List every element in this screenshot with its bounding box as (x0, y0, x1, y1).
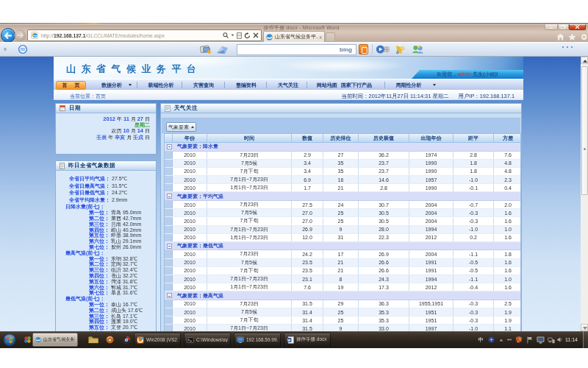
scroll-up-button[interactable] (581, 57, 588, 64)
toolbar-badge-icon[interactable] (18, 44, 28, 54)
tray-expand-icon[interactable] (498, 331, 505, 348)
table-column-header[interactable]: 时间 (207, 134, 292, 142)
start-button[interactable] (1, 331, 17, 348)
collapse-icon[interactable] (167, 293, 172, 298)
nav-item[interactable]: 天气关注 (278, 79, 298, 91)
new-tab-button[interactable] (326, 32, 335, 42)
taskbar-task-button[interactable]: C:\Windows\sy... (184, 333, 231, 347)
refresh-icon[interactable] (244, 32, 251, 39)
nav-item-home[interactable]: 首 页 (56, 81, 86, 90)
back-button[interactable] (1, 28, 15, 43)
table-row[interactable]: 20107月5候31.42535.31951-0.31.9 (165, 308, 520, 316)
toolbar-rewards-icon[interactable] (395, 45, 406, 54)
table-group-row[interactable]: 气象要素：降水量 (165, 143, 520, 152)
table-row[interactable]: 20101月1日~7月23日1.7212.81990-0.10.4 (165, 184, 520, 192)
taskbar-active-window[interactable]: 山东省气候业务平台... (32, 333, 78, 347)
stop-icon[interactable] (253, 32, 259, 38)
table-row[interactable]: 20107月5候23.52126.61991-0.51.6 (165, 259, 520, 267)
toolbar-photo-icon[interactable] (200, 44, 212, 54)
table-row[interactable]: 20107月5候3.43523.719901.84.8 (165, 160, 520, 168)
taskbar-task-button[interactable]: 192.168.59.99... (234, 333, 281, 347)
collapse-icon[interactable] (167, 144, 172, 149)
table-column-header[interactable]: 出现年份 (409, 134, 453, 142)
nav-item[interactable]: 网站地图 (317, 79, 337, 91)
table-row[interactable]: 20107月23日2.92736.219742.87.6 (165, 152, 520, 160)
table-cell: 6.9 (292, 176, 323, 183)
vertical-scrollbar[interactable] (581, 57, 588, 331)
table-row[interactable]: 20107月下旬31.42535.31951-0.31.9 (165, 316, 520, 325)
address-bar[interactable]: http://192.168.137.1/GLCCLIMATE/modules/… (27, 29, 262, 41)
nav-item[interactable]: 整编资料 (236, 79, 257, 91)
network-icon[interactable] (546, 331, 556, 348)
table-row[interactable]: 20107月下旬23.52126.61991-0.51.6 (165, 267, 520, 275)
search-icon[interactable] (223, 32, 229, 39)
table-column-header[interactable]: 距平 (453, 134, 494, 142)
security-shield-icon[interactable] (514, 331, 524, 348)
table-row[interactable]: 20107月23日31.52936.31955,1951-0.32.5 (165, 300, 520, 308)
table-row[interactable]: 20101月1日~7月23日12.03122.320120.21.6 (165, 234, 520, 242)
toolbar-people-icon[interactable] (412, 44, 424, 54)
table-row[interactable]: 20107月23日27.52430.72004-0.72.0 (165, 201, 520, 209)
toolbar-video-icon[interactable] (376, 44, 390, 54)
scroll-down-button[interactable] (581, 324, 588, 331)
table-row[interactable]: 20107月1日~7月23日26.9928.01994-1.01.0 (165, 226, 520, 234)
url-text[interactable]: http://192.168.137.1/GLCCLIMATE/modules/… (41, 33, 165, 38)
home-icon[interactable] (556, 33, 564, 41)
compatibility-view-icon[interactable] (237, 32, 242, 39)
nav-item[interactable]: 灾害查询 (193, 79, 214, 91)
element-filter-button[interactable]: 气象要素 (166, 122, 196, 132)
clock[interactable]: 11:14 (565, 331, 578, 348)
table-row[interactable]: 20107月1日~7月23日31.5933.01997-1.01.1 (165, 325, 520, 331)
table-column-header[interactable]: 历史极值 (359, 134, 409, 142)
tab-close-icon[interactable]: x (320, 35, 323, 40)
table-row[interactable]: 20107月下旬3.43523.719901.84.8 (165, 168, 520, 176)
tools-gear-icon[interactable] (580, 33, 588, 41)
ime-indicator[interactable]: 中 (476, 331, 485, 348)
table-column-header[interactable]: 历史排位 (323, 134, 359, 142)
media-app-icon[interactable] (121, 331, 131, 348)
bing-search-input[interactable]: bing (237, 44, 356, 55)
bing-search-button[interactable] (359, 44, 368, 54)
maximize-button[interactable] (558, 24, 569, 30)
autocomplete-caret-icon[interactable] (231, 34, 234, 37)
close-button[interactable] (569, 24, 586, 30)
pinned-app-icon[interactable] (22, 331, 32, 348)
table-group-row[interactable]: 气象要素：最低气温 (165, 242, 520, 251)
table-column-header[interactable]: 方差 (494, 134, 522, 142)
browser-tab[interactable]: 山东省气候业务平... x (263, 31, 325, 42)
scrollbar-thumb[interactable] (581, 66, 588, 195)
taskbar-task-button[interactable]: Win2008 (VS2... (134, 333, 181, 347)
table-column-header[interactable]: 数值 (292, 134, 323, 142)
nav-item[interactable]: 国家下行产品 (341, 79, 372, 91)
toolbar-close-icon[interactable]: x (4, 46, 7, 52)
nav-item[interactable]: 周期性分析 (396, 79, 422, 91)
table-row[interactable]: 20107月1日~7月23日23.1824.31994-1.11.0 (165, 275, 520, 283)
table-column-header[interactable] (165, 134, 173, 142)
taskbar-task-button[interactable]: 操作手册.docx ... (284, 333, 331, 347)
favorites-star-icon[interactable] (568, 33, 576, 41)
toolbar-mail-icon[interactable] (215, 45, 230, 54)
table-row[interactable]: 20107月1日~7月23日6.91614.61957-1.02.3 (165, 176, 520, 184)
show-desktop-button[interactable] (583, 331, 588, 348)
collapse-icon[interactable] (167, 244, 172, 249)
display-icon[interactable] (535, 331, 546, 348)
volume-icon[interactable] (556, 331, 564, 348)
action-center-flag-icon[interactable] (526, 331, 534, 348)
explorer-folder-icon[interactable] (87, 331, 99, 348)
minimize-button[interactable] (545, 24, 558, 30)
toolbar-overflow-icon[interactable] (562, 46, 573, 48)
table-row[interactable]: 20107月23日24.21726.92004-1.11.8 (165, 250, 520, 258)
table-row[interactable]: 20107月下旬27.02530.52004-0.31.6 (165, 217, 520, 225)
table-row[interactable]: 20107月5候27.02530.52004-0.31.6 (165, 209, 520, 217)
table-group-row[interactable]: 气象要素：平均气温 (165, 192, 520, 201)
ime-mode-icon[interactable] (486, 331, 496, 348)
nav-item[interactable]: 极端性分析 (148, 79, 174, 91)
table-column-header[interactable]: 年份 (173, 134, 207, 142)
nav-item[interactable]: 数据分析 (101, 79, 122, 91)
table-row[interactable]: 20101月1日~7月23日7.61917.32012-0.41.6 (165, 283, 520, 291)
table-group-row[interactable]: 气象要素：最高气温 (165, 291, 520, 300)
rank-value: 莒南 42.0mm (111, 222, 141, 227)
collapse-icon[interactable] (167, 194, 172, 199)
forward-button[interactable] (14, 29, 26, 41)
pinned-app2-icon[interactable] (105, 331, 115, 348)
